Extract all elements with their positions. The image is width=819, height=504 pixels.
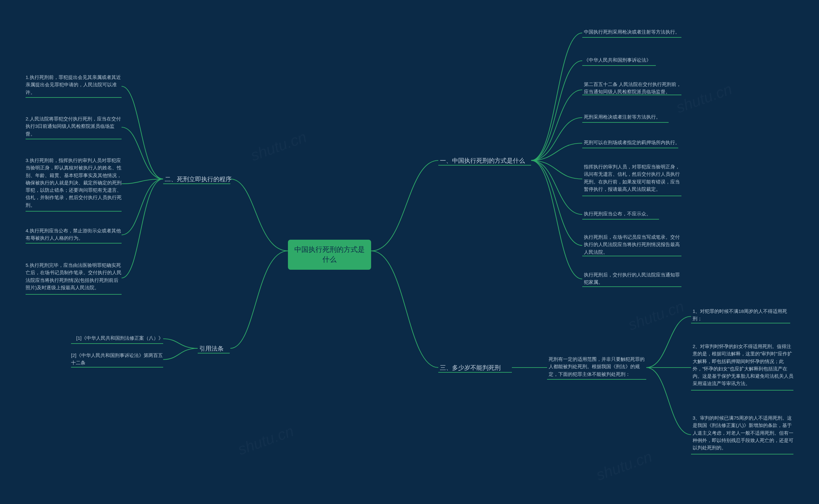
leaf-underline (582, 37, 682, 38)
leaf: 死刑可以在刑场或者指定的羁押场所内执行。 (584, 139, 680, 146)
leaf: 中国执行死刑采用枪决或者注射等方法执行。 (584, 28, 680, 35)
leaf: 死刑采用枪决或者注射等方法执行。 (584, 113, 680, 120)
leaf-underline (582, 286, 682, 287)
leaf: 3.执行死刑前，指挥执行的审判人员对罪犯应当验明正身，即认真核对被执行人的姓名、… (26, 157, 121, 209)
leaf-underline (691, 390, 793, 391)
branch-underline (198, 353, 230, 353)
sub-underline (547, 379, 646, 380)
branch-left-cite: 引用法条 (199, 345, 224, 353)
branch-left-2: 二、死刑立即执行的程序 (165, 175, 232, 183)
sub-node: 死刑有一定的适用范围，并非只要触犯死罪的人都能被判处死刑。根据我国《刑法》的规定… (549, 355, 646, 378)
watermark: shutu.cn (626, 298, 686, 334)
leaf-underline (26, 139, 121, 139)
leaf: 执行死刑应当公布，不应示众。 (584, 210, 680, 217)
watermark: shutu.cn (248, 128, 309, 165)
branch-underline (163, 183, 230, 184)
leaf-underline (582, 196, 682, 196)
leaf-underline (26, 211, 121, 212)
center-label: 中国执行死刑的方式是什么 (294, 245, 365, 263)
leaf-underline (582, 95, 682, 95)
leaf: [1]《中华人民共和国刑法修正案（八）》 (71, 334, 163, 342)
branch-right-3: 三、多少岁不能判死刑 (440, 364, 501, 372)
leaf: 执行死刑后，交付执行的人民法院应当通知罪犯家属。 (584, 271, 683, 286)
leaf-underline (691, 454, 793, 454)
leaf: 执行死刑后，在场书记员应当写成笔录。交付执行的人民法院应当将执行死刑情况报告最高… (584, 233, 683, 256)
leaf: 2、对审判时怀孕的妇女不得适用死刑。值得注意的是，根据司法解释，这里的"审判时"… (693, 343, 795, 387)
watermark: shutu.cn (236, 422, 296, 459)
leaf: 3、审判的时候已满75周岁的人不适用死刑。这是我国《刑法修正案(八)》新增加的条… (693, 414, 795, 451)
leaf: 第二百五十二条 人民法院在交付执行死刑前，应当通知同级人民检察院派员临场监督。 (584, 81, 683, 96)
center-node: 中国执行死刑的方式是什么 (288, 240, 371, 270)
leaf: 1、对犯罪的时候不满18周岁的人不得适用死刑； (693, 307, 792, 322)
branch-underline (438, 372, 512, 373)
leaf-underline (582, 256, 682, 256)
leaf-underline (582, 65, 656, 66)
leaf-underline (582, 219, 659, 220)
watermark: shutu.cn (594, 448, 654, 484)
leaf: 2.人民法院将罪犯交付执行死刑，应当在交付执行3日前通知同级人民检察院派员临场监… (26, 115, 121, 137)
leaf: 4.执行死刑应当公布，禁止游街示众或者其他有辱被执行人人格的行为。 (26, 227, 121, 242)
branch-underline (438, 165, 531, 166)
leaf-underline (71, 367, 163, 368)
leaf: 1.执行死刑前，罪犯提出会见其亲属或者其近亲属提出会见罪犯申请的，人民法院可以准… (26, 74, 121, 96)
branch-right-1: 一、中国执行死刑的方式是什么 (440, 157, 525, 165)
leaf-underline (26, 294, 121, 295)
leaf-underline (691, 323, 790, 323)
leaf: 《中华人民共和国刑事诉讼法》 (584, 56, 680, 64)
leaf: 指挥执行的审判人员，对罪犯应当验明正身，讯问有无遗言、信札，然后交付执行人员执行… (584, 163, 683, 193)
leaf-underline (26, 97, 121, 98)
leaf-underline (71, 343, 163, 344)
leaf: 5.执行死刑完毕，应当由法医验明罪犯确实死亡后，在场书记员制作笔录。交付执行的人… (26, 261, 121, 291)
leaf: [2]《中华人民共和国刑事诉讼法》第两百五十二条 (71, 352, 163, 367)
leaf-underline (582, 148, 678, 148)
leaf-underline (26, 243, 121, 244)
leaf-underline (582, 122, 669, 123)
